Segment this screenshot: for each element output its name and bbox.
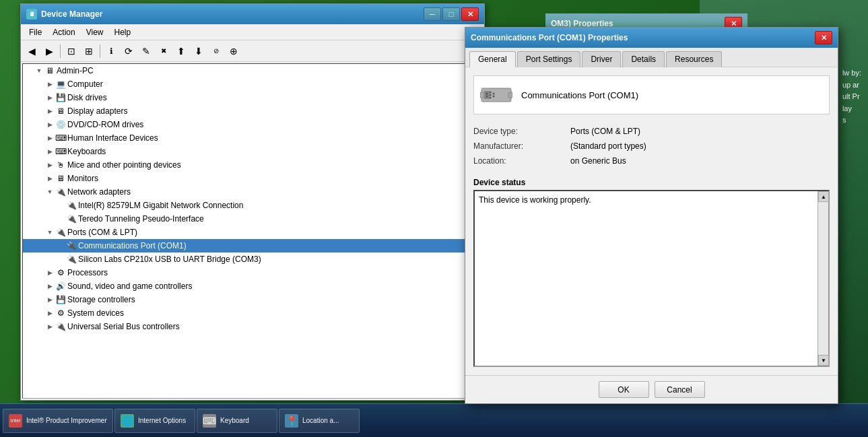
tree-intel-nic[interactable]: ▶ 🔌 Intel(R) 82579LM Gigabit Network Con…	[23, 199, 482, 212]
tree-sound[interactable]: ▶ 🔊 Sound, video and game controllers	[23, 279, 482, 293]
device-type-label: Device type:	[473, 127, 568, 136]
tree-keyboards[interactable]: ▶ ⌨ Keyboards	[23, 145, 482, 158]
taskbar-item-2[interactable]: ⌨ Keyboard	[197, 409, 277, 433]
maximize-button[interactable]: □	[442, 7, 460, 21]
tab-general[interactable]: General	[469, 51, 516, 67]
dvd-expander[interactable]: ▶	[44, 119, 55, 130]
ports-label: Ports (COM & LPT)	[67, 228, 137, 237]
taskbar-item-1[interactable]: 🌐 Internet Options	[114, 409, 195, 433]
tree-teredo[interactable]: ▶ 🔌 Teredo Tunneling Pseudo-Interface	[23, 212, 482, 226]
storage-expander[interactable]: ▶	[44, 294, 55, 305]
root-expander[interactable]: ▼	[34, 65, 44, 76]
tree-monitors[interactable]: ▶ 🖥 Monitors	[23, 172, 482, 185]
kbd-expander[interactable]: ▶	[44, 146, 55, 157]
disk-expander[interactable]: ▶	[44, 92, 55, 103]
toolbar-forward[interactable]: ▶	[41, 43, 57, 59]
tree-root[interactable]: ▼ 🖥 Admin-PC	[23, 64, 482, 77]
right-line-1: lw by:	[842, 67, 861, 79]
com1-icon: 🔌	[66, 240, 77, 251]
svg-rect-10	[508, 92, 512, 98]
tree-processors[interactable]: ▶ ⚙ Processors	[23, 266, 482, 279]
scroll-down-button[interactable]: ▼	[818, 355, 829, 366]
tree-network-adapters[interactable]: ▼ 🔌 Network adapters	[23, 185, 482, 199]
tab-port-settings[interactable]: Port Settings	[517, 51, 581, 67]
menu-file[interactable]: File	[24, 24, 47, 40]
toolbar-uninstall[interactable]: ✖	[156, 43, 172, 59]
menu-help[interactable]: Help	[109, 24, 137, 40]
tree-usb[interactable]: ▶ 🔌 Universal Serial Bus controllers	[23, 320, 482, 333]
toolbar-properties[interactable]: ✎	[138, 43, 154, 59]
taskbar-icon-1: 🌐	[121, 414, 134, 428]
toolbar: ◀ ▶ ⊡ ⊞ ℹ ⟳ ✎ ✖ ⬆ ⬇ ⊘ ⊕	[21, 40, 484, 62]
ok-button[interactable]: OK	[599, 381, 649, 398]
menu-action[interactable]: Action	[47, 24, 80, 40]
tree-hid[interactable]: ▶ ⌨ Human Interface Devices	[23, 131, 482, 145]
toolbar-update[interactable]: ⬆	[173, 43, 189, 59]
tree-ports[interactable]: ▼ 🔌 Ports (COM & LPT)	[23, 226, 482, 239]
intel-nic-label: Intel(R) 82579LM Gigabit Network Connect…	[78, 201, 243, 210]
disk-icon: 💾	[55, 92, 66, 103]
svg-point-4	[490, 92, 492, 94]
usb-expander[interactable]: ▶	[44, 321, 55, 332]
right-line-3: ult Pr	[842, 91, 861, 103]
tree-mice[interactable]: ▶ 🖱 Mice and other pointing devices	[23, 158, 482, 172]
proc-expander[interactable]: ▶	[44, 267, 55, 278]
taskbar-item-3[interactable]: 📍 Location a...	[279, 409, 360, 433]
toolbar-back[interactable]: ◀	[24, 43, 40, 59]
monitors-label: Monitors	[67, 174, 98, 183]
tree-computer[interactable]: ▶ 💻 Computer	[23, 77, 482, 91]
dialog-content: Communications Port (COM1) Device type: …	[465, 67, 838, 375]
taskbar-label-3: Location a...	[302, 417, 339, 424]
tree-storage[interactable]: ▶ 💾 Storage controllers	[23, 293, 482, 306]
manufacturer-value: (Standard port types)	[570, 141, 830, 151]
sound-expander[interactable]: ▶	[44, 281, 55, 292]
tree-system[interactable]: ▶ ⚙ System devices	[23, 306, 482, 320]
close-button[interactable]: ✕	[461, 7, 479, 21]
toolbar-info[interactable]: ℹ	[103, 43, 119, 59]
svg-point-5	[490, 94, 492, 96]
toolbar-rollback[interactable]: ⬇	[191, 43, 207, 59]
desktop: OM3) Properties ✕ 🖥 Device Manager ─ □ ✕…	[0, 0, 868, 437]
tab-resources[interactable]: Resources	[666, 51, 722, 67]
ports-expander[interactable]: ▼	[44, 227, 55, 238]
status-scrollbar[interactable]: ▲ ▼	[817, 191, 828, 366]
tree-com1[interactable]: ▶ 🔌 Communications Port (COM1)	[23, 239, 482, 253]
computer-label: Computer	[67, 79, 103, 89]
taskbar-item-0[interactable]: Intel Intel® Product Improvement Program…	[3, 409, 113, 433]
mice-expander[interactable]: ▶	[44, 160, 55, 170]
computer-expander[interactable]: ▶	[44, 79, 55, 90]
status-box: This device is working properly. ▲ ▼	[473, 190, 830, 367]
proc-icon: ⚙	[55, 267, 66, 278]
dialog-close-button[interactable]: ✕	[815, 31, 832, 44]
status-text: This device is working properly.	[479, 195, 591, 205]
network-expander[interactable]: ▼	[44, 187, 55, 197]
toolbar-add[interactable]: ⊕	[226, 43, 242, 59]
ports-icon: 🔌	[55, 227, 66, 238]
tab-details[interactable]: Details	[622, 51, 665, 67]
svg-rect-1	[484, 91, 490, 99]
toolbar-refresh[interactable]: ⟳	[121, 43, 137, 59]
tree-com3[interactable]: ▶ 🔌 Silicon Labs CP210x USB to UART Brid…	[23, 253, 482, 266]
device-tree[interactable]: ▼ 🖥 Admin-PC ▶ 💻 Computer ▶ 💾 Disk drive…	[22, 63, 483, 399]
menu-view[interactable]: View	[81, 24, 109, 40]
display-expander[interactable]: ▶	[44, 106, 55, 116]
device-manager-window: 🖥 Device Manager ─ □ ✕ File Action View …	[20, 3, 485, 401]
toolbar-view1[interactable]: ⊡	[63, 43, 79, 59]
tab-driver[interactable]: Driver	[582, 51, 621, 67]
hid-expander[interactable]: ▶	[44, 133, 55, 143]
tree-display-adapters[interactable]: ▶ 🖥 Display adapters	[23, 104, 482, 118]
svg-point-6	[490, 97, 492, 99]
minimize-button[interactable]: ─	[424, 7, 441, 21]
tree-dvd-drives[interactable]: ▶ 💿 DVD/CD-ROM drives	[23, 118, 482, 131]
scroll-up-button[interactable]: ▲	[818, 191, 829, 202]
taskbar-label-0: Intel® Product Improvement Program (2...	[26, 417, 107, 424]
tree-disk-drives[interactable]: ▶ 💾 Disk drives	[23, 91, 482, 104]
svg-rect-9	[480, 92, 484, 98]
toolbar-view2[interactable]: ⊞	[81, 43, 97, 59]
toolbar-disable[interactable]: ⊘	[208, 43, 224, 59]
system-expander[interactable]: ▶	[44, 308, 55, 318]
system-label: System devices	[67, 308, 124, 318]
cancel-button[interactable]: Cancel	[655, 381, 705, 398]
monitors-expander[interactable]: ▶	[44, 173, 55, 184]
toolbar-sep1	[60, 44, 61, 58]
